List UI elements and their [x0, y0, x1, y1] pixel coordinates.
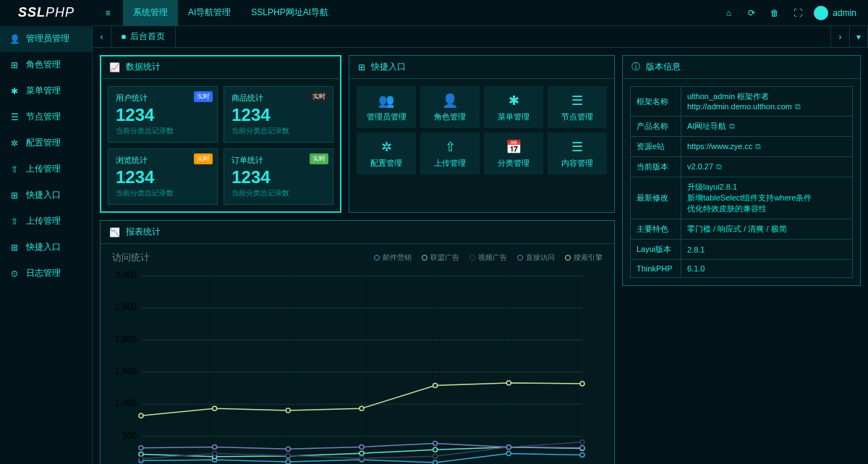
info-value: AI网址导航⧉	[681, 117, 853, 137]
svg-text:3,000: 3,000	[115, 270, 137, 280]
svg-point-34	[580, 453, 584, 457]
svg-text:1,500: 1,500	[115, 366, 137, 376]
copy-icon[interactable]: ⧉	[755, 142, 761, 151]
legend-dot	[517, 255, 523, 261]
svg-point-53	[433, 442, 438, 446]
quick-icon: ☰	[571, 139, 583, 155]
quick-icon: 👥	[378, 93, 394, 109]
sidebar-item[interactable]: ⇧上传管理	[0, 156, 92, 182]
badge: 实时	[310, 153, 328, 164]
svg-point-38	[359, 452, 364, 456]
panel-info-title: 版本信息	[646, 61, 681, 73]
quick-label: 分类管理	[498, 158, 529, 169]
sidebar-item[interactable]: ⇧上传管理	[0, 208, 92, 235]
quick-item[interactable]: ☰节点管理	[548, 86, 607, 128]
svg-point-50	[213, 445, 217, 450]
badge: 实时	[194, 91, 213, 102]
avatar[interactable]	[814, 6, 828, 20]
refresh-icon[interactable]: ⟳	[740, 0, 763, 26]
sidebar-item[interactable]: ⊞快捷入口	[0, 182, 92, 208]
sidebar-item[interactable]: ✲配置管理	[0, 130, 92, 156]
tab-next-icon[interactable]: ›	[830, 26, 849, 48]
svg-point-30	[286, 460, 290, 464]
legend-item[interactable]: 邮件营销	[374, 253, 412, 263]
top-tab[interactable]: SSLPHP网址AI导航	[241, 0, 339, 26]
topbar-right: ⌂ ⟳ 🗑 ⛶ admin	[717, 0, 868, 26]
logo[interactable]: SSLPHP	[0, 0, 93, 26]
info-value: ulthon_admin 框架作者http://admin.demo.ultho…	[681, 87, 853, 117]
menu-toggle-icon[interactable]: ≡	[93, 0, 123, 26]
svg-point-51	[286, 447, 290, 452]
info-value: 升级layui2.8.1新增tableSelect组件支持where条件优化特效…	[681, 177, 853, 219]
info-link[interactable]: AI网址导航	[687, 122, 726, 130]
info-table: 框架名称ulthon_admin 框架作者http://admin.demo.u…	[630, 86, 853, 278]
chart-icon: 📈	[109, 62, 120, 72]
stat-value: 1234	[231, 104, 326, 126]
legend-dot	[422, 255, 427, 261]
tab-dropdown-icon[interactable]: ▾	[849, 26, 868, 48]
sidebar-item[interactable]: ⊞角色管理	[0, 52, 92, 78]
fullscreen-icon[interactable]: ⛶	[786, 0, 809, 26]
svg-text:2,500: 2,500	[115, 303, 137, 313]
sidebar-item-label: 上传管理	[26, 163, 61, 175]
sidebar-item[interactable]: ⊞快捷入口	[0, 235, 92, 261]
info-value: v2.0.27⧉	[681, 157, 853, 177]
chart-title: 访问统计	[112, 251, 150, 264]
panel-quick-header: ⊞快捷入口	[349, 56, 614, 79]
svg-point-61	[506, 381, 511, 385]
info-link[interactable]: v2.0.27	[687, 162, 713, 171]
svg-point-48	[580, 440, 584, 444]
info-link[interactable]: https://www.zye.cc	[687, 142, 752, 151]
trash-icon[interactable]: 🗑	[763, 0, 786, 26]
tab-prev-icon[interactable]: ‹	[93, 26, 111, 48]
svg-point-45	[359, 457, 364, 461]
svg-text:1,000: 1,000	[115, 399, 137, 409]
svg-point-46	[433, 455, 438, 459]
sidebar-item[interactable]: ✱菜单管理	[0, 78, 92, 104]
quick-label: 上传管理	[434, 158, 466, 169]
info-key: 当前版本	[631, 157, 681, 177]
info-key: ThinkPHP	[631, 260, 681, 278]
user-name[interactable]: admin	[833, 8, 856, 18]
panel-info-header: ⓘ版本信息	[623, 56, 860, 79]
quick-item[interactable]: 📅分类管理	[484, 132, 543, 174]
sidebar-item-label: 快捷入口	[26, 189, 61, 201]
legend-item[interactable]: 联盟广告	[422, 253, 459, 263]
sidebar-item[interactable]: ☰节点管理	[0, 104, 92, 130]
copy-icon[interactable]: ⧉	[729, 122, 735, 130]
sidebar-item[interactable]: ⊙日志管理	[0, 261, 92, 287]
legend-item[interactable]: 视频广告	[469, 253, 507, 263]
sidebar-icon: ⊞	[9, 242, 20, 253]
panel-quick: ⊞快捷入口 👥管理员管理👤角色管理✱菜单管理☰节点管理✲配置管理⇧上传管理📅分类…	[349, 55, 615, 213]
page-tabs: ‹ 后台首页 › ▾	[93, 26, 868, 48]
tab-home-label: 后台首页	[130, 30, 165, 43]
sidebar-icon: ⊞	[9, 190, 20, 201]
copy-icon[interactable]: ⧉	[716, 162, 722, 171]
info-row: 当前版本v2.0.27⧉	[631, 157, 853, 177]
tab-home[interactable]: 后台首页	[111, 26, 176, 48]
info-link[interactable]: ulthon_admin 框架作者http://admin.demo.ultho…	[687, 92, 792, 111]
quick-item[interactable]: ⇧上传管理	[420, 132, 480, 174]
svg-point-42	[139, 457, 143, 461]
chart-title-row: 访问统计 邮件营销联盟广告视频广告直接访问搜索引擎	[112, 251, 603, 264]
quick-item[interactable]: 👥管理员管理	[357, 86, 416, 128]
quick-item[interactable]: ✲配置管理	[357, 132, 416, 174]
quick-item[interactable]: ✱菜单管理	[484, 86, 543, 128]
copy-icon[interactable]: ⧉	[795, 102, 801, 111]
legend-dot	[374, 255, 380, 261]
stat-card: 实时用户统计1234当前分类总记录数	[108, 86, 218, 143]
top-tab[interactable]: AI导航管理	[178, 0, 241, 26]
badge: 实时	[194, 153, 213, 164]
sidebar-icon: ⊞	[9, 60, 20, 70]
info-row: ThinkPHP6.1.0	[631, 260, 853, 278]
legend-item[interactable]: 搜索引擎	[565, 253, 603, 263]
legend-item[interactable]: 直接访问	[517, 253, 555, 263]
info-row: 框架名称ulthon_admin 框架作者http://admin.demo.u…	[631, 87, 853, 117]
quick-item[interactable]: 👤角色管理	[420, 86, 480, 128]
home-icon[interactable]: ⌂	[717, 0, 740, 26]
top-tab[interactable]: 系统管理	[123, 0, 178, 26]
sidebar-item[interactable]: 👤管理员管理	[0, 26, 92, 52]
quick-item[interactable]: ☰内容管理	[548, 132, 607, 174]
sidebar-item-label: 上传管理	[26, 215, 61, 227]
sidebar-item-label: 节点管理	[26, 111, 61, 123]
